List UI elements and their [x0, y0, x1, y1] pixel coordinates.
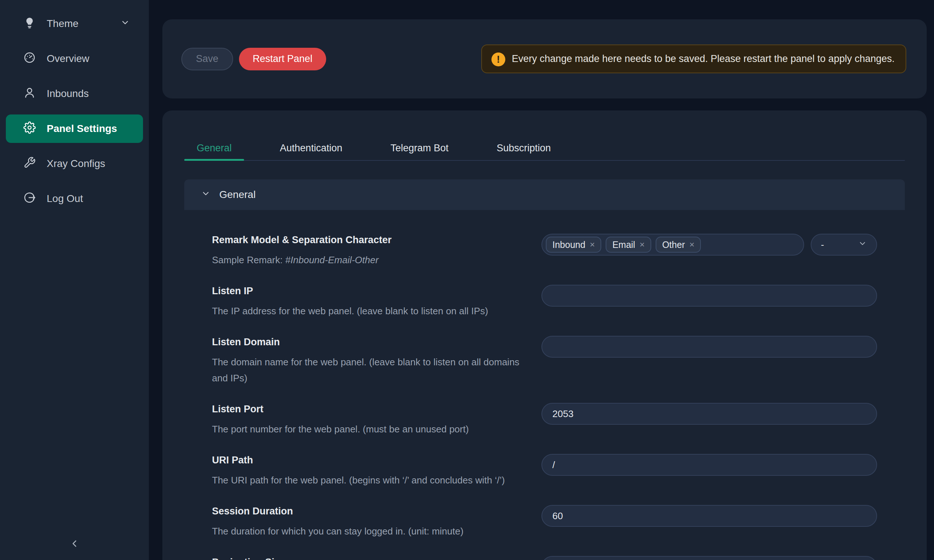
warning-icon: !: [492, 52, 505, 66]
listen-ip-input[interactable]: [541, 285, 877, 307]
listen-port-label: Listen Port: [212, 403, 519, 415]
session-duration-desc: The duration for which you can stay logg…: [212, 523, 519, 539]
listen-domain-desc: The domain name for the web panel. (leav…: [212, 354, 519, 386]
form-row-listen-ip: Listen IP The IP address for the web pan…: [212, 285, 877, 319]
restart-panel-button[interactable]: Restart Panel: [239, 48, 327, 70]
listen-ip-label: Listen IP: [212, 285, 519, 297]
app-root: Theme Overview Inbounds: [0, 0, 934, 560]
remove-tag-icon[interactable]: ×: [689, 240, 694, 249]
pagination-size-label: Pagination Size: [212, 556, 519, 560]
chevron-left-icon: [69, 538, 80, 551]
form-row-uri-path: URI Path The URI path for the web panel.…: [212, 454, 877, 488]
wrench-icon: [23, 156, 36, 171]
sidebar-item-xray-configs[interactable]: Xray Configs: [6, 149, 143, 178]
pagination-size-input[interactable]: [541, 556, 877, 560]
form-row-listen-domain: Listen Domain The domain name for the we…: [212, 336, 877, 386]
tab-subscription[interactable]: Subscription: [484, 136, 563, 160]
listen-domain-label: Listen Domain: [212, 336, 519, 348]
listen-port-desc: The port number for the web panel. (must…: [212, 421, 519, 437]
uri-path-desc: The URI path for the web panel. (begins …: [212, 472, 519, 488]
sidebar-collapse-button[interactable]: [0, 532, 149, 557]
sidebar-item-overview[interactable]: Overview: [6, 45, 143, 73]
sidebar-item-label: Xray Configs: [47, 158, 105, 169]
uri-path-input[interactable]: [541, 454, 877, 476]
tab-telegram-bot[interactable]: Telegram Bot: [378, 136, 461, 160]
remove-tag-icon[interactable]: ×: [640, 240, 645, 249]
listen-domain-input[interactable]: [541, 336, 877, 358]
chevron-down-icon: [858, 239, 867, 251]
sidebar-item-label: Overview: [47, 53, 89, 65]
toolbar-card: Save Restart Panel ! Every change made h…: [162, 19, 927, 98]
sidebar-item-label: Inbounds: [47, 88, 89, 100]
tab-general[interactable]: General: [184, 136, 244, 160]
remark-model-label: Remark Model & Separation Character: [212, 234, 519, 246]
sidebar-item-label: Log Out: [47, 193, 83, 205]
listen-ip-desc: The IP address for the web panel. (leave…: [212, 303, 519, 319]
settings-tabs: General Authentication Telegram Bot Subs…: [184, 136, 905, 161]
uri-path-label: URI Path: [212, 454, 519, 466]
form-row-listen-port: Listen Port The port number for the web …: [212, 403, 877, 437]
general-accordion: General Remark Model & Separation Charac…: [184, 179, 905, 560]
panel-settings-card: General Authentication Telegram Bot Subs…: [162, 111, 927, 560]
chevron-down-icon: [120, 18, 130, 30]
session-duration-input[interactable]: [541, 505, 877, 527]
gear-icon: [23, 122, 36, 136]
remark-model-tags-select[interactable]: Inbound × Email × Other ×: [541, 234, 804, 255]
sidebar-item-inbounds[interactable]: Inbounds: [6, 80, 143, 108]
sidebar-item-label: Panel Settings: [47, 123, 117, 135]
tab-authentication[interactable]: Authentication: [267, 136, 354, 160]
form-row-pagination-size: Pagination Size: [212, 556, 877, 560]
main-content: Save Restart Panel ! Every change made h…: [149, 0, 934, 560]
sidebar: Theme Overview Inbounds: [0, 0, 149, 560]
user-icon: [23, 86, 36, 102]
lightbulb-icon: [23, 16, 36, 31]
form-row-session-duration: Session Duration The duration for which …: [212, 505, 877, 539]
general-settings-form: Remark Model & Separation Character Samp…: [184, 210, 905, 560]
form-row-remark-model: Remark Model & Separation Character Samp…: [212, 234, 877, 268]
toolbar-buttons: Save Restart Panel: [181, 48, 326, 70]
remark-model-desc: Sample Remark: #Inbound-Email-Other: [212, 252, 519, 268]
listen-port-input[interactable]: [541, 403, 877, 425]
chevron-down-icon: [201, 189, 211, 201]
session-duration-label: Session Duration: [212, 505, 519, 517]
tag-email: Email ×: [606, 237, 651, 253]
logout-icon: [23, 191, 36, 206]
accordion-title: General: [219, 189, 256, 200]
sidebar-item-log-out[interactable]: Log Out: [6, 185, 143, 213]
warning-alert-text: Every change made here needs to be saved…: [512, 51, 895, 67]
general-accordion-header[interactable]: General: [184, 179, 905, 210]
separation-character-select[interactable]: -: [811, 234, 877, 255]
remove-tag-icon[interactable]: ×: [590, 240, 595, 249]
warning-alert: ! Every change made here needs to be sav…: [481, 45, 906, 73]
dashboard-icon: [23, 51, 36, 66]
sidebar-item-theme[interactable]: Theme: [6, 9, 143, 38]
sidebar-item-panel-settings[interactable]: Panel Settings: [6, 114, 143, 143]
sidebar-item-label: Theme: [47, 18, 79, 29]
tag-other: Other ×: [656, 237, 701, 253]
save-button[interactable]: Save: [181, 48, 233, 70]
tag-inbound: Inbound ×: [546, 237, 601, 253]
